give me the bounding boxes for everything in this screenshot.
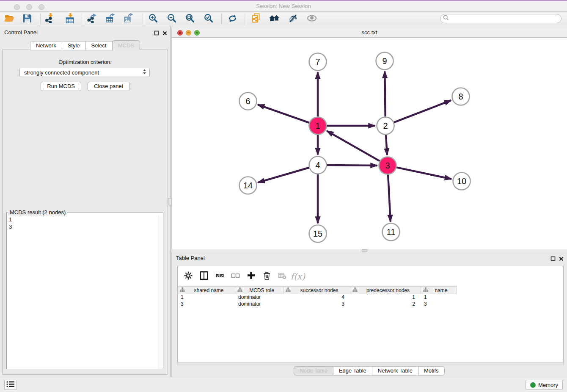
create-column-button[interactable] [245, 270, 257, 283]
graph-node-15[interactable]: 15 [309, 225, 327, 243]
table-cell[interactable]: 1 [421, 294, 457, 301]
graph-node-11[interactable]: 11 [383, 224, 400, 241]
network-zoom-icon[interactable] [194, 30, 200, 36]
memory-button[interactable]: Memory [526, 380, 563, 390]
graph-node-7[interactable]: 7 [309, 53, 327, 71]
column-header-name[interactable]: name [421, 286, 457, 294]
tab-network-table[interactable]: Network Table [372, 366, 418, 375]
graph-edge-3-1[interactable] [327, 131, 380, 161]
graph-node-10[interactable]: 10 [453, 173, 471, 190]
table-cell[interactable]: 3 [421, 301, 457, 308]
dropdown-value: strongly connected component [24, 69, 99, 76]
tab-node-table[interactable]: Node Table [294, 366, 333, 375]
column-header-shared-name[interactable]: shared name [178, 286, 235, 294]
zoom-out-button[interactable] [166, 14, 177, 25]
graph-node-1[interactable]: 1 [309, 117, 327, 135]
save-session-button[interactable] [22, 14, 33, 25]
select-all-columns-button[interactable] [213, 270, 226, 283]
export-image-button[interactable] [124, 14, 135, 25]
tab-motifs[interactable]: Motifs [418, 366, 445, 375]
table-settings-button[interactable] [182, 270, 195, 283]
app-minimize-icon[interactable] [26, 4, 32, 10]
fx-icon: f(x) [291, 271, 305, 282]
table-row[interactable]: 1dominator411 [178, 294, 563, 301]
tab-edge-table[interactable]: Edge Table [333, 366, 372, 375]
app-close-icon[interactable] [14, 4, 20, 10]
graph-node-9[interactable]: 9 [376, 52, 394, 70]
import-table-button[interactable] [64, 14, 75, 25]
table-toolbar: f(x) [178, 266, 563, 286]
show-columns-button[interactable] [198, 270, 210, 283]
graph-edge-3-11[interactable] [388, 175, 391, 222]
zoom-in-icon [149, 14, 158, 25]
graph-node-3[interactable]: 3 [379, 157, 396, 174]
graph-node-6[interactable]: 6 [239, 93, 257, 110]
network-close-icon[interactable] [177, 30, 183, 36]
graph-edge-3-10[interactable] [396, 167, 451, 179]
graph-edge-2-3[interactable] [386, 135, 387, 155]
graph-node-2[interactable]: 2 [377, 117, 394, 135]
open-session-button[interactable] [4, 14, 15, 25]
graph-edge-1-6[interactable] [258, 105, 309, 123]
clone-network-button[interactable] [250, 14, 261, 25]
app-zoom-icon[interactable] [39, 4, 44, 10]
mcds-result-box[interactable]: MCDS result (2 nodes) 13 [6, 209, 163, 369]
graph-edge-4-3[interactable] [327, 165, 377, 166]
network-window-titlebar[interactable]: scc.txt [172, 28, 567, 38]
zoom-fit-button[interactable] [184, 14, 195, 25]
optimization-dropdown[interactable]: strongly connected component [19, 68, 150, 77]
tab-select[interactable]: Select [85, 41, 113, 50]
table-cell[interactable]: 2 [350, 301, 421, 308]
delete-table-icon [278, 272, 286, 281]
table-cell[interactable]: dominator [235, 294, 284, 301]
table-cell[interactable]: 1 [178, 294, 235, 301]
unselect-all-columns-button[interactable] [229, 270, 242, 283]
run-mcds-button[interactable]: Run MCDS [41, 82, 81, 91]
home-button[interactable] [269, 14, 280, 25]
horizontal-splitter-handle[interactable] [362, 249, 367, 252]
graph-node-8[interactable]: 8 [452, 88, 470, 105]
search-box [440, 14, 561, 23]
function-builder-button[interactable]: f(x) [292, 270, 304, 283]
stepper-arrows-icon [143, 69, 146, 76]
graph-edge-4-14[interactable] [258, 168, 309, 182]
table-cell[interactable]: dominator [235, 301, 284, 308]
result-scrollbar[interactable] [159, 215, 163, 369]
tab-mcds[interactable]: MCDS [112, 40, 140, 50]
columns-icon [200, 271, 208, 282]
column-header-mcds-role[interactable]: MCDS role [235, 286, 284, 294]
network-canvas[interactable]: 7968124314101511 [172, 38, 567, 249]
export-table-button[interactable] [105, 14, 116, 25]
delete-column-button[interactable] [260, 270, 273, 283]
zoom-in-button[interactable] [148, 14, 159, 25]
graph-edge-2-9[interactable] [385, 72, 385, 117]
export-network-button[interactable] [87, 14, 98, 25]
graph-node-4[interactable]: 4 [309, 157, 327, 174]
tab-style[interactable]: Style [62, 41, 86, 50]
table-cell[interactable]: 4 [284, 294, 350, 301]
close-panel-icon[interactable] [162, 30, 167, 37]
table-cell[interactable]: 3 [284, 301, 350, 308]
hide-vizmapper-button[interactable] [287, 14, 298, 25]
graph-edge-2-8[interactable] [394, 100, 451, 122]
column-header-successor-nodes[interactable]: successor nodes [284, 286, 350, 294]
table-row[interactable]: 3dominator323 [178, 301, 563, 308]
status-list-button[interactable] [4, 380, 17, 390]
float-table-panel-icon[interactable] [550, 255, 556, 263]
close-panel-button[interactable]: Close panel [88, 82, 129, 91]
table-cell[interactable]: 1 [350, 294, 421, 301]
zoom-selected-button[interactable] [203, 14, 214, 25]
table-cell[interactable]: 3 [178, 301, 235, 308]
delete-table-button[interactable] [276, 270, 289, 283]
float-panel-icon[interactable] [154, 30, 159, 37]
graph-node-14[interactable]: 14 [239, 177, 257, 194]
tab-network[interactable]: Network [30, 41, 62, 50]
column-header-predecessor-nodes[interactable]: predecessor nodes [350, 286, 421, 294]
refresh-layout-button[interactable] [227, 14, 238, 25]
close-table-panel-icon[interactable] [559, 255, 564, 263]
import-network-button[interactable] [44, 14, 55, 25]
eye-button[interactable] [306, 14, 317, 25]
network-minimize-icon[interactable] [186, 30, 191, 36]
search-input[interactable] [449, 15, 561, 22]
vertical-splitter-handle[interactable] [168, 198, 172, 205]
